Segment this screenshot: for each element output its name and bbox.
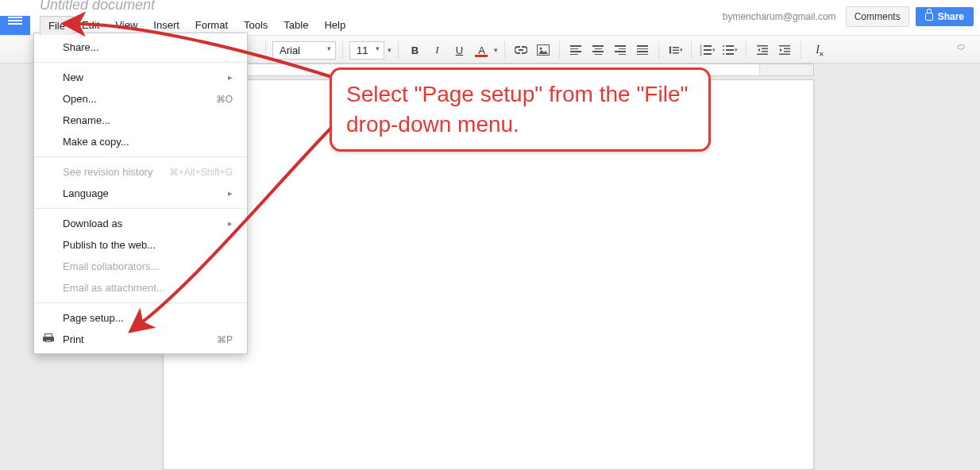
toolbar-separator xyxy=(559,41,560,59)
menu-shortcut: ⌘P xyxy=(217,334,233,345)
user-email: bymencharum@gmail.com xyxy=(723,11,836,22)
underline-button[interactable]: U xyxy=(449,40,469,60)
menu-shortcut: ⌘+Alt+Shift+G xyxy=(169,167,233,178)
submenu-arrow-icon: ▸ xyxy=(228,218,233,229)
menu-item-publish[interactable]: Publish to the web... xyxy=(34,234,247,256)
menu-item-email-collaborators: Email collaborators... xyxy=(34,256,247,277)
menu-item-page-setup[interactable]: Page setup... xyxy=(34,307,247,329)
insert-image-button[interactable] xyxy=(534,40,553,60)
toolbar-separator xyxy=(265,41,266,59)
lock-icon xyxy=(925,13,933,21)
menu-item-label: See revision history xyxy=(63,166,152,178)
toolbar-separator xyxy=(658,41,659,59)
bulleted-list-button[interactable] xyxy=(720,40,739,60)
menu-file[interactable]: File xyxy=(40,16,74,35)
toolbar-more-button[interactable]: ︿ ﹀ xyxy=(957,41,966,52)
menu-item-share[interactable]: Share... xyxy=(34,37,247,58)
svg-rect-7 xyxy=(762,51,768,52)
menu-separator xyxy=(34,62,247,63)
menu-item-download-as[interactable]: Download as ▸ xyxy=(34,213,247,234)
align-center-button[interactable] xyxy=(588,40,608,60)
menu-separator xyxy=(34,302,247,303)
clear-formatting-button[interactable]: I✕ xyxy=(808,40,827,60)
svg-rect-2 xyxy=(673,47,679,48)
menu-help[interactable]: Help xyxy=(316,16,353,35)
indent-decrease-button[interactable] xyxy=(753,40,772,60)
docs-logo-icon xyxy=(8,15,22,25)
svg-rect-6 xyxy=(762,48,768,50)
menu-separator xyxy=(34,156,247,157)
insert-link-button[interactable] xyxy=(511,40,531,60)
annotation-callout: Select "Page setup" from the "File" drop… xyxy=(330,67,711,152)
menu-item-new[interactable]: New ▸ xyxy=(34,67,247,88)
svg-rect-12 xyxy=(779,54,790,56)
menu-item-label: New xyxy=(63,71,83,83)
svg-rect-9 xyxy=(779,45,790,47)
toolbar-separator xyxy=(801,41,801,59)
menu-item-label: Language xyxy=(63,187,109,199)
menu-item-revision-history: See revision history ⌘+Alt+Shift+G xyxy=(34,161,247,183)
text-color-button[interactable]: A xyxy=(472,40,491,60)
menu-item-print[interactable]: Print ⌘P xyxy=(34,329,247,350)
text-color-caret[interactable]: ▾ xyxy=(494,46,498,54)
menu-item-label: Download as xyxy=(63,218,122,229)
font-family-select[interactable]: Arial xyxy=(272,41,336,60)
annotation-text: Select "Page setup" from the "File" drop… xyxy=(346,79,694,140)
print-icon xyxy=(42,333,55,346)
submenu-arrow-icon: ▸ xyxy=(228,188,233,198)
file-menu-dropdown: Share... New ▸ Open... ⌘O Rename... Make… xyxy=(33,33,248,354)
share-label: Share xyxy=(938,11,964,22)
menu-shortcut: ⌘O xyxy=(216,94,233,105)
indent-increase-button[interactable] xyxy=(775,40,794,60)
svg-rect-3 xyxy=(673,50,679,52)
toolbar-separator xyxy=(691,41,692,59)
submenu-arrow-icon: ▸ xyxy=(228,72,233,83)
menu-item-language[interactable]: Language ▸ xyxy=(34,183,247,204)
menu-table[interactable]: Table xyxy=(276,16,316,35)
menu-item-make-copy[interactable]: Make a copy... xyxy=(34,131,247,152)
menu-item-label: Open... xyxy=(63,93,97,105)
share-button[interactable]: Share xyxy=(916,7,974,26)
comments-button[interactable]: Comments xyxy=(846,6,909,27)
menu-item-email-attachment: Email as attachment... xyxy=(34,277,247,299)
bold-button[interactable]: B xyxy=(405,40,424,60)
svg-point-1 xyxy=(540,48,542,50)
toolbar-separator xyxy=(342,41,343,59)
toolbar-separator xyxy=(398,41,399,59)
font-size-caret[interactable]: ▾ xyxy=(388,46,392,54)
svg-rect-8 xyxy=(757,54,768,56)
svg-rect-4 xyxy=(673,52,679,54)
italic-button[interactable]: I xyxy=(427,40,446,60)
chevron-down-icon: ﹀ xyxy=(957,47,966,52)
align-justify-button[interactable] xyxy=(633,40,652,60)
numbered-list-button[interactable]: 123 xyxy=(698,40,717,60)
font-size-select[interactable]: 11 xyxy=(349,41,384,60)
svg-rect-5 xyxy=(757,45,768,47)
menu-item-open[interactable]: Open... ⌘O xyxy=(34,88,247,110)
menu-item-rename[interactable]: Rename... xyxy=(34,110,247,131)
svg-rect-11 xyxy=(784,51,790,52)
align-right-button[interactable] xyxy=(611,40,630,60)
doc-title[interactable]: Untitled document xyxy=(40,0,155,13)
menu-item-label: Print xyxy=(63,333,84,345)
toolbar-separator xyxy=(504,41,505,59)
toolbar-separator xyxy=(746,41,747,59)
align-left-button[interactable] xyxy=(566,40,585,60)
line-spacing-button[interactable] xyxy=(666,40,685,60)
svg-rect-10 xyxy=(784,48,790,50)
menu-separator xyxy=(34,208,247,209)
